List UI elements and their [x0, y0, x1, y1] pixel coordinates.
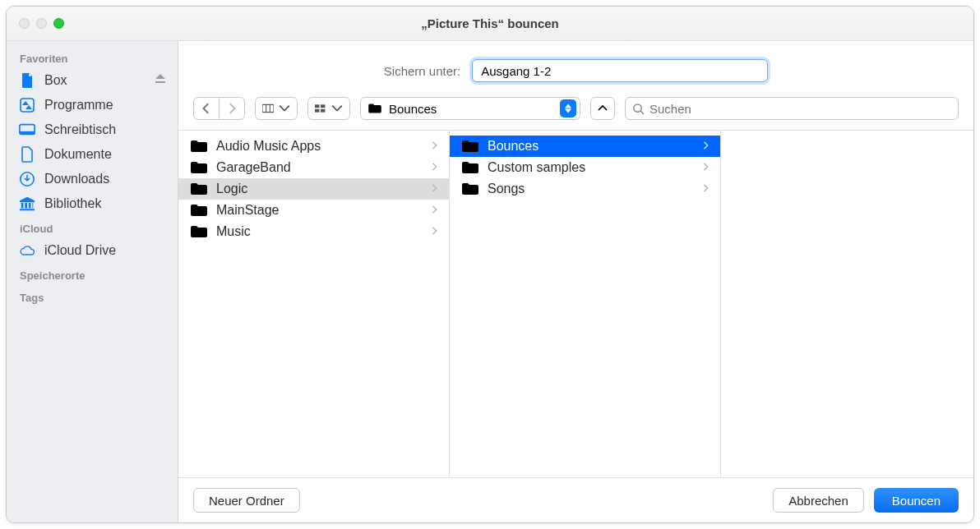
folder-name: Songs [488, 182, 525, 196]
folder-icon [190, 182, 208, 196]
view-options-button[interactable] [307, 97, 350, 120]
sidebar-item-downloads[interactable]: Downloads [7, 167, 178, 191]
toolbar: Bounces [178, 97, 973, 130]
folder-row[interactable]: Logic [178, 178, 449, 200]
folder-icon [190, 139, 208, 154]
svg-rect-7 [321, 109, 325, 113]
folder-row[interactable]: Music [178, 221, 449, 242]
chevron-right-icon [431, 224, 439, 239]
folder-row[interactable]: Audio Music Apps [178, 136, 449, 157]
apps-icon [18, 96, 36, 114]
search-input[interactable] [649, 102, 951, 116]
desktop-icon [18, 121, 36, 139]
cancel-button[interactable]: Abbrechen [773, 488, 864, 513]
folder-name: MainStage [216, 203, 280, 218]
save-dialog-window: „Picture This“ bouncen Favoriten Box Pro… [6, 6, 974, 523]
main-panel: Sichern unter: Bounces [178, 41, 973, 522]
collapse-panel-button[interactable] [590, 97, 615, 120]
browser-column-1: Audio Music AppsGarageBandLogicMainStage… [178, 131, 450, 477]
dialog-footer: Neuer Ordner Abbrechen Bouncen [178, 477, 973, 522]
document-icon [18, 145, 36, 163]
path-selector[interactable]: Bounces [360, 97, 580, 120]
folder-icon [461, 160, 479, 175]
chevron-right-icon [431, 182, 439, 196]
nav-forward-button[interactable] [220, 97, 245, 120]
folder-icon [190, 224, 208, 239]
folder-name: GarageBand [216, 160, 291, 175]
chevron-right-icon [702, 139, 710, 154]
sidebar-section-favoriten: Favoriten [7, 46, 178, 68]
sidebar-item-programme[interactable]: Programme [7, 93, 178, 117]
folder-icon [461, 139, 479, 154]
browser-column-2: BouncesCustom samplesSongs [450, 131, 721, 477]
new-folder-button[interactable]: Neuer Ordner [193, 488, 300, 513]
nav-back-button[interactable] [193, 97, 220, 120]
search-field[interactable] [625, 97, 959, 120]
file-browser: Audio Music AppsGarageBandLogicMainStage… [178, 130, 973, 477]
folder-name: Audio Music Apps [216, 139, 321, 154]
sidebar-item-icloud-drive[interactable]: iCloud Drive [7, 238, 178, 263]
svg-point-8 [634, 104, 641, 111]
svg-rect-3 [262, 104, 274, 112]
sidebar-item-label: Box [44, 73, 67, 88]
folder-name: Logic [216, 182, 247, 196]
sidebar-item-bibliothek[interactable]: Bibliothek [7, 191, 178, 216]
save-as-input[interactable] [472, 59, 768, 82]
cloud-icon [18, 242, 36, 260]
sidebar-section-speicherorte: Speicherorte [7, 263, 178, 285]
save-as-label: Sichern unter: [384, 64, 460, 78]
document-icon [18, 71, 36, 90]
path-selector-label: Bounces [389, 102, 437, 116]
titlebar: „Picture This“ bouncen [7, 7, 973, 41]
folder-icon [190, 160, 208, 175]
svg-rect-5 [321, 104, 325, 108]
view-columns-button[interactable] [255, 97, 298, 120]
folder-row[interactable]: GarageBand [178, 157, 449, 178]
chevron-right-icon [431, 139, 439, 154]
browser-column-3 [721, 131, 973, 477]
folder-name: Bounces [488, 139, 539, 154]
chevron-down-icon [331, 102, 343, 116]
sidebar: Favoriten Box Programme Schreibtisch Dok… [7, 41, 178, 522]
sidebar-section-tags: Tags [7, 285, 178, 307]
chevron-right-icon [702, 182, 710, 196]
folder-row[interactable]: Bounces [450, 136, 720, 157]
sidebar-section-icloud: iCloud [7, 216, 178, 238]
svg-rect-4 [315, 104, 319, 108]
sidebar-item-schreibtisch[interactable]: Schreibtisch [7, 117, 178, 142]
folder-icon [368, 103, 382, 114]
folder-name: Custom samples [488, 160, 585, 175]
folder-row[interactable]: Custom samples [450, 157, 720, 178]
sidebar-item-label: Programme [44, 98, 113, 113]
chevron-right-icon [431, 160, 439, 175]
chevron-right-icon [702, 160, 710, 175]
folder-icon [461, 182, 479, 196]
sidebar-item-dokumente[interactable]: Dokumente [7, 142, 178, 167]
sidebar-item-box[interactable]: Box [7, 68, 178, 93]
chevron-down-icon [279, 102, 290, 116]
search-icon [632, 103, 645, 115]
sidebar-item-label: Bibliothek [44, 196, 101, 211]
eject-icon[interactable] [155, 73, 166, 88]
svg-rect-6 [315, 109, 319, 113]
folder-name: Music [216, 224, 251, 239]
sidebar-item-label: Schreibtisch [44, 122, 116, 137]
chevron-right-icon [431, 203, 439, 218]
folder-row[interactable]: Songs [450, 178, 720, 200]
window-title: „Picture This“ bouncen [7, 16, 973, 30]
svg-rect-1 [20, 131, 35, 135]
sidebar-item-label: Downloads [44, 172, 109, 186]
sidebar-item-label: iCloud Drive [44, 243, 116, 258]
folder-icon [190, 203, 208, 218]
folder-row[interactable]: MainStage [178, 200, 449, 221]
library-icon [18, 195, 36, 213]
confirm-button[interactable]: Bouncen [874, 488, 959, 513]
updown-arrows-icon [560, 99, 576, 117]
sidebar-item-label: Dokumente [44, 147, 112, 162]
download-icon [18, 170, 36, 188]
